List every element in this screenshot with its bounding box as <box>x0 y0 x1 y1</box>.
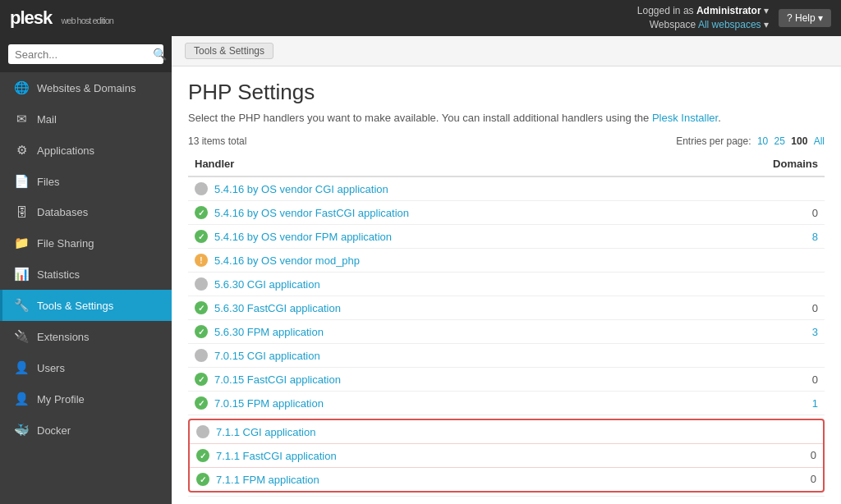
entries-10[interactable]: 10 <box>757 135 768 147</box>
entries-25[interactable]: 25 <box>774 135 785 147</box>
sidebar-item-statistics[interactable]: 📊 Statistics <box>0 259 172 290</box>
sidebar-item-databases[interactable]: 🗄 Databases <box>0 197 172 227</box>
topbar: plesk web host edition Logged in as Admi… <box>0 0 841 36</box>
statistics-icon: 📊 <box>14 267 29 282</box>
search-box: 🔍 <box>0 36 172 72</box>
handler-link[interactable]: 7.0.15 CGI application <box>214 350 320 362</box>
help-arrow-icon: ▾ <box>818 12 823 24</box>
table-meta-top: 13 items total Entries per page: 10 25 1… <box>188 135 825 147</box>
sidebar-item-tools-settings[interactable]: 🔧 Tools & Settings <box>0 290 172 321</box>
handler-link[interactable]: 5.4.16 by OS vendor FPM application <box>214 231 392 243</box>
main-layout: 🔍 🌐 Websites & Domains ✉ Mail ⚙ Applicat… <box>0 36 841 504</box>
handler-cell: ✓ 5.6.30 FastCGI application <box>188 296 695 320</box>
table-row: 7.0.15 CGI application <box>188 344 825 368</box>
extensions-icon: 🔌 <box>14 329 29 344</box>
php-table: Handler Domains 5.4.16 by OS vendor CGI … <box>188 152 825 497</box>
sidebar-item-users[interactable]: 👤 Users <box>0 352 172 383</box>
domains-cell: 0 <box>695 201 825 225</box>
handler-link[interactable]: 7.1.1 FPM application <box>216 474 319 486</box>
help-label: Help <box>795 12 816 24</box>
files-icon: 📄 <box>14 174 29 189</box>
col-domains: Domains <box>695 152 825 176</box>
handler-link[interactable]: 7.1.1 FastCGI application <box>216 450 337 462</box>
handler-cell: ✓ 5.6.30 FPM application <box>188 320 695 344</box>
table-row: ✓ 7.0.15 FPM application 1 <box>188 392 825 415</box>
handler-link[interactable]: 5.6.30 FPM application <box>214 326 324 338</box>
handler-link[interactable]: 5.4.16 by OS vendor FastCGI application <box>214 207 409 219</box>
sidebar-item-file-sharing[interactable]: 📁 File Sharing <box>0 227 172 259</box>
breadcrumb[interactable]: Tools & Settings <box>185 43 273 59</box>
domains-cell: 0 <box>695 296 825 320</box>
highlighted-group: 7.1.1 CGI application ✓ 7.1.1 FastCGI ap… <box>188 415 825 497</box>
search-input[interactable] <box>15 48 153 61</box>
page-title: PHP Settings <box>188 80 825 105</box>
handler-link[interactable]: 7.0.15 FPM application <box>214 397 324 410</box>
logged-label: Logged in as <box>637 5 694 16</box>
table-row: 5.4.16 by OS vendor CGI application <box>188 176 825 201</box>
handler-link[interactable]: 7.1.1 CGI application <box>216 426 315 438</box>
domains-cell: 0 <box>811 473 816 486</box>
domains-cell: 0 <box>695 368 825 392</box>
webspace-row: Webspace All webspaces ▾ <box>637 18 769 32</box>
ws-arrow-icon: ▾ <box>764 19 769 30</box>
domains-cell: 8 <box>695 225 825 249</box>
handler-link[interactable]: 5.6.30 CGI application <box>214 278 320 291</box>
table-row: ! 5.4.16 by OS vendor mod_php <box>188 249 825 273</box>
handler-cell: ✓ 7.0.15 FastCGI application <box>188 368 695 392</box>
sidebar-item-applications[interactable]: ⚙ Applications <box>0 135 172 166</box>
sidebar-item-label: Files <box>37 176 59 188</box>
arrow-icon: ▾ <box>764 5 769 16</box>
entries-100[interactable]: 100 <box>791 135 807 147</box>
table-row: ✓ 5.6.30 FastCGI application 0 <box>188 296 825 320</box>
handler-link[interactable]: 7.0.15 FastCGI application <box>214 373 341 386</box>
sidebar-item-my-profile[interactable]: 👤 My Profile <box>0 383 172 415</box>
domains-cell <box>695 249 825 273</box>
handler-cell: ! 5.4.16 by OS vendor mod_php <box>188 249 695 273</box>
webspace-label: Webspace <box>650 19 696 30</box>
domains-cell: 0 <box>811 449 816 462</box>
docker-icon: 🐳 <box>14 423 29 438</box>
my-profile-icon: 👤 <box>14 392 29 406</box>
table-row: ✓ 7.0.15 FastCGI application 0 <box>188 368 825 392</box>
status-icon-grey <box>195 349 208 362</box>
status-icon-green: ✓ <box>195 396 208 410</box>
sidebar-item-files[interactable]: 📄 Files <box>0 166 172 197</box>
handler-cell: ✓ 5.4.16 by OS vendor FastCGI applicatio… <box>188 201 695 225</box>
help-button[interactable]: ? Help ▾ <box>779 9 831 27</box>
col-handler: Handler <box>188 152 695 176</box>
entries-all[interactable]: All <box>814 135 825 147</box>
sidebar-item-websites-domains[interactable]: 🌐 Websites & Domains <box>0 72 172 103</box>
handler-link[interactable]: 5.6.30 FastCGI application <box>214 302 341 314</box>
sidebar-item-extensions[interactable]: 🔌 Extensions <box>0 321 172 352</box>
desc-text: Select the PHP handlers you want to make… <box>188 112 649 124</box>
domains-cell: 1 <box>695 392 825 415</box>
handler-link[interactable]: 5.4.16 by OS vendor mod_php <box>214 254 360 267</box>
status-icon-green: ✓ <box>196 473 209 486</box>
sidebar-item-label: Statistics <box>37 268 80 281</box>
sidebar-item-label: File Sharing <box>37 237 94 250</box>
sidebar-item-label: Docker <box>37 424 71 437</box>
status-icon-grey <box>196 425 209 438</box>
handler-link[interactable]: 5.4.16 by OS vendor CGI application <box>214 183 388 195</box>
highlight-row: ✓ 7.1.1 FastCGI application 0 <box>190 444 823 468</box>
sidebar-item-label: Databases <box>37 206 88 218</box>
plesk-logo: plesk web host edition <box>10 7 113 29</box>
logo-sub: web host edition <box>61 16 113 25</box>
mail-icon: ✉ <box>14 112 29 126</box>
webspace-link[interactable]: All webspaces <box>698 19 761 30</box>
handler-cell: ✓ 5.4.16 by OS vendor FPM application <box>188 225 695 249</box>
sidebar: 🔍 🌐 Websites & Domains ✉ Mail ⚙ Applicat… <box>0 36 172 504</box>
status-icon-grey <box>195 277 208 291</box>
applications-icon: ⚙ <box>14 143 29 158</box>
plesk-installer-link[interactable]: Plesk Installer <box>652 112 718 124</box>
sidebar-item-docker[interactable]: 🐳 Docker <box>0 415 172 446</box>
sidebar-item-mail[interactable]: ✉ Mail <box>0 103 172 135</box>
databases-icon: 🗄 <box>14 205 29 219</box>
topbar-right: Logged in as Administrator ▾ Webspace Al… <box>637 4 831 32</box>
status-icon-green: ✓ <box>195 373 208 386</box>
domains-cell <box>695 273 825 296</box>
admin-link[interactable]: Administrator <box>696 5 761 16</box>
domains-cell: 3 <box>695 320 825 344</box>
handler-cell: ✓ 7.0.15 FPM application <box>188 392 695 415</box>
status-icon-grey <box>195 182 208 195</box>
